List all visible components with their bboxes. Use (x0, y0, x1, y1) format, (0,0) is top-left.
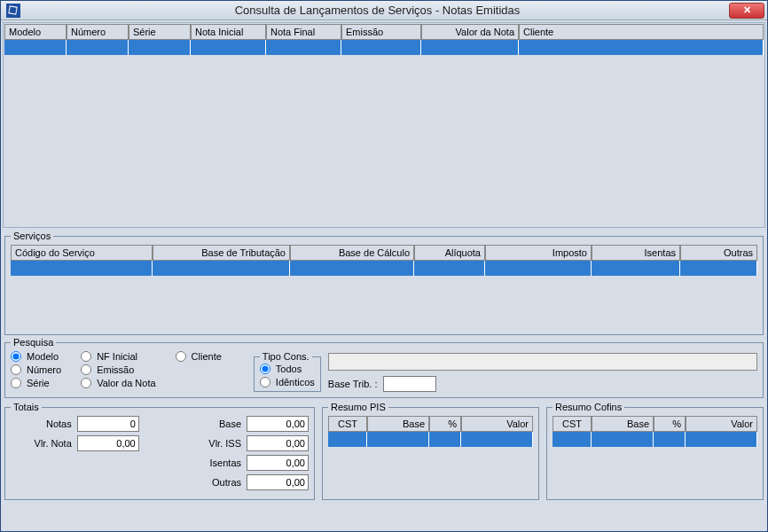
resumo-cofins-legend: Resumo Cofins (552, 402, 624, 412)
col-valor-nota[interactable]: Valor da Nota (421, 24, 519, 40)
window-title: Consulta de Lançamentos de Serviços - No… (26, 4, 729, 17)
col-emissao[interactable]: Emissão (341, 24, 421, 40)
col-codigo-servico[interactable]: Código do Serviço (11, 245, 153, 261)
radio-cliente[interactable]: Cliente (176, 351, 222, 362)
pesquisa-col2: NF Inicial Emissão Valor da Nota (81, 351, 155, 388)
col-nota-final[interactable]: Nota Final (266, 24, 341, 40)
pis-col-base[interactable]: Base (367, 416, 429, 432)
totais-legend: Totais (11, 402, 42, 412)
col-serie[interactable]: Série (129, 24, 191, 40)
col-outras[interactable]: Outras (680, 245, 757, 261)
col-cliente[interactable]: Cliente (519, 24, 764, 40)
app-icon (6, 4, 20, 18)
tipo-cons-group: Tipo Cons. Todos Idênticos (254, 351, 321, 392)
main-grid-header: Modelo Número Série Nota Inicial Nota Fi… (4, 24, 764, 40)
resumo-cofins-grid[interactable]: CST Base % Valor (552, 416, 757, 494)
tipo-cons-legend: Tipo Cons. (260, 351, 312, 362)
cofins-col-base[interactable]: Base (592, 416, 654, 432)
val-isentas[interactable] (247, 455, 309, 471)
table-row[interactable] (4, 40, 764, 55)
close-icon: ✕ (743, 4, 751, 16)
table-row[interactable] (328, 432, 533, 447)
col-base-tributacao[interactable]: Base de Tributação (153, 245, 290, 261)
cofins-col-cst[interactable]: CST (552, 416, 592, 432)
val-vlr-iss[interactable] (247, 435, 309, 451)
radio-emissao[interactable]: Emissão (81, 364, 155, 375)
col-aliquota[interactable]: Alíquota (414, 245, 485, 261)
table-row[interactable] (552, 432, 757, 447)
pis-col-cst[interactable]: CST (328, 416, 367, 432)
lbl-vlr-nota: Vlr. Nota (11, 438, 72, 449)
pesquisa-col3: Cliente (176, 351, 222, 362)
val-outras[interactable] (247, 474, 309, 490)
servicos-grid-header: Código do Serviço Base de Tributação Bas… (11, 245, 757, 261)
resumo-pis-body[interactable] (328, 432, 533, 494)
pesquisa-group: Pesquisa Modelo Número Série NF Inicial … (4, 337, 764, 398)
col-base-calculo[interactable]: Base de Cálculo (290, 245, 414, 261)
col-nota-inicial[interactable]: Nota Inicial (191, 24, 266, 40)
pesquisa-right: Base Trib. : (328, 351, 757, 392)
servicos-grid-body[interactable] (11, 261, 757, 325)
main-grid-body[interactable] (4, 40, 764, 226)
resumo-cofins-group: Resumo Cofins CST Base % Valor (546, 402, 764, 500)
radio-identicos[interactable]: Idênticos (260, 377, 315, 387)
radio-valor-nota[interactable]: Valor da Nota (81, 378, 155, 388)
lbl-vlr-iss: Vlr. ISS (185, 438, 241, 449)
radio-modelo[interactable]: Modelo (11, 351, 61, 362)
val-base[interactable] (247, 416, 309, 432)
base-trib-label: Base Trib. : (328, 379, 378, 389)
lbl-base: Base (185, 419, 241, 429)
radio-numero[interactable]: Número (11, 364, 61, 375)
resumo-cofins-body[interactable] (552, 432, 757, 494)
resumo-pis-legend: Resumo PIS (328, 402, 388, 412)
servicos-legend: Serviços (11, 231, 53, 241)
lbl-notas: Notas (11, 419, 72, 429)
main-grid-panel: Modelo Número Série Nota Inicial Nota Fi… (3, 22, 765, 228)
pis-col-valor[interactable]: Valor (461, 416, 533, 432)
resumo-pis-grid[interactable]: CST Base % Valor (328, 416, 533, 494)
cofins-col-pct[interactable]: % (654, 416, 686, 432)
pesquisa-col1: Modelo Número Série (11, 351, 61, 388)
lbl-outras: Outras (185, 477, 241, 488)
titlebar: Consulta de Lançamentos de Serviços - No… (1, 1, 767, 20)
col-isentas[interactable]: Isentas (592, 245, 680, 261)
main-grid[interactable]: Modelo Número Série Nota Inicial Nota Fi… (4, 24, 764, 226)
close-button[interactable]: ✕ (729, 3, 764, 19)
resumo-pis-group: Resumo PIS CST Base % Valor (322, 402, 539, 500)
radio-nf-inicial[interactable]: NF Inicial (81, 351, 155, 362)
pis-col-pct[interactable]: % (429, 416, 461, 432)
cofins-col-valor[interactable]: Valor (686, 416, 757, 432)
servicos-group: Serviços Código do Serviço Base de Tribu… (4, 231, 764, 335)
radio-serie[interactable]: Série (11, 378, 61, 388)
totais-group: Totais Notas Base Vlr. Nota Vlr. ISS Ise… (4, 402, 315, 500)
val-vlr-nota[interactable] (77, 435, 139, 451)
col-imposto[interactable]: Imposto (485, 245, 592, 261)
base-trib-input[interactable] (383, 376, 436, 392)
servicos-grid[interactable]: Código do Serviço Base de Tributação Bas… (11, 245, 757, 325)
pesquisa-display (328, 353, 757, 371)
val-notas[interactable] (77, 416, 139, 432)
lbl-isentas: Isentas (185, 458, 241, 468)
table-row[interactable] (11, 261, 757, 276)
col-modelo[interactable]: Modelo (4, 24, 67, 40)
radio-todos[interactable]: Todos (260, 364, 315, 374)
pesquisa-legend: Pesquisa (11, 337, 56, 348)
content: Modelo Número Série Nota Inicial Nota Fi… (1, 20, 767, 504)
col-numero[interactable]: Número (67, 24, 129, 40)
